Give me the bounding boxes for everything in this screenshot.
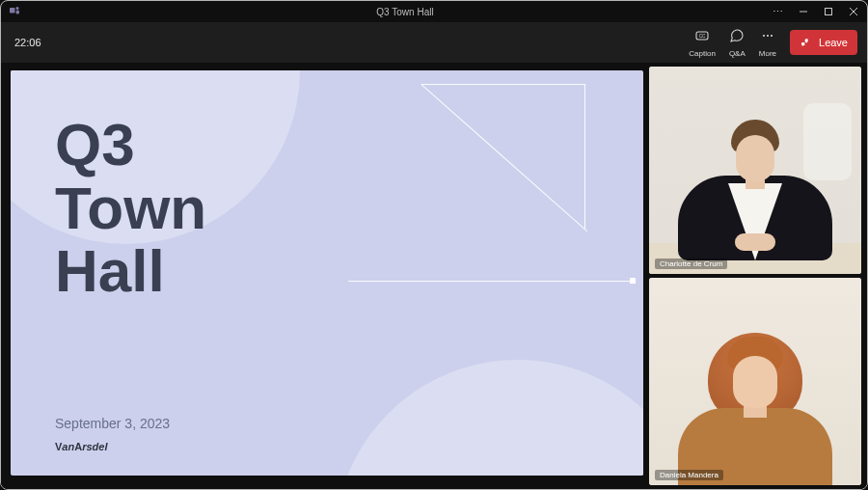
window-maximize-button[interactable] bbox=[823, 6, 834, 17]
more-button[interactable]: More bbox=[759, 28, 776, 58]
svg-point-10 bbox=[767, 34, 769, 36]
window-title: Q3 Town Hall bbox=[67, 7, 744, 17]
meeting-toolbar: 22:06 CC Caption Q&A More Leave bbox=[1, 22, 867, 63]
window-titlebar: Q3 Town Hall ⋯ bbox=[1, 1, 867, 22]
slide-date: September 3, 2023 bbox=[55, 416, 170, 431]
participant-panel: Charlotte de Crum Daniela Mandera bbox=[649, 67, 863, 485]
slide-brand: VanArsdel bbox=[55, 441, 107, 452]
qa-button[interactable]: Q&A bbox=[729, 28, 746, 58]
slide-title-line: Town bbox=[55, 175, 206, 241]
qa-label: Q&A bbox=[729, 49, 746, 58]
window-close-button[interactable] bbox=[848, 6, 859, 17]
slide-decor-dot bbox=[630, 278, 636, 284]
presentation-slide: Q3 Town Hall September 3, 2023 VanArsdel bbox=[11, 70, 643, 476]
slide-decor-circle bbox=[335, 360, 643, 476]
participant-name: Daniela Mandera bbox=[655, 470, 723, 480]
svg-point-9 bbox=[763, 34, 765, 36]
app-logo-icon bbox=[9, 5, 20, 18]
meeting-stage: Q3 Town Hall September 3, 2023 VanArsdel… bbox=[1, 63, 867, 489]
participant-tile[interactable]: Daniela Mandera bbox=[649, 278, 861, 485]
more-label: More bbox=[759, 49, 776, 58]
caption-button[interactable]: CC Caption bbox=[689, 28, 716, 58]
svg-point-1 bbox=[16, 7, 19, 10]
svg-rect-0 bbox=[10, 8, 15, 14]
slide-title-line: Q3 bbox=[55, 111, 135, 177]
svg-rect-2 bbox=[16, 11, 20, 14]
window-minimize-button[interactable] bbox=[798, 6, 809, 17]
svg-point-11 bbox=[771, 34, 773, 36]
slide-decor-line bbox=[348, 281, 636, 282]
svg-text:CC: CC bbox=[699, 34, 706, 39]
slide-title: Q3 Town Hall bbox=[55, 113, 206, 303]
slide-title-line: Hall bbox=[55, 237, 165, 304]
chat-bubble-icon bbox=[729, 28, 745, 47]
caption-icon: CC bbox=[694, 28, 710, 47]
meeting-timer: 22:06 bbox=[14, 37, 41, 48]
leave-label: Leave bbox=[819, 37, 848, 48]
caption-label: Caption bbox=[689, 49, 716, 58]
hangup-icon bbox=[800, 35, 813, 50]
participant-name: Charlotte de Crum bbox=[655, 259, 727, 269]
leave-button[interactable]: Leave bbox=[790, 30, 857, 55]
titlebar-more-icon[interactable]: ⋯ bbox=[773, 6, 784, 18]
svg-rect-4 bbox=[826, 9, 832, 15]
slide-decor-triangle bbox=[421, 84, 585, 229]
participant-tile[interactable]: Charlotte de Crum bbox=[649, 67, 861, 274]
shared-content-area: Q3 Town Hall September 3, 2023 VanArsdel bbox=[5, 67, 645, 485]
more-icon bbox=[760, 28, 775, 47]
